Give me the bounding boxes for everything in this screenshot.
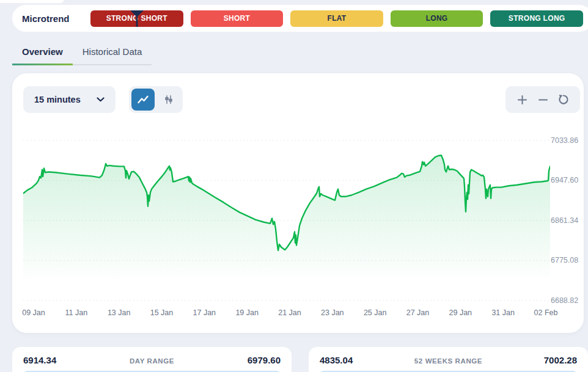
x-tick-label: 27 Jan	[406, 308, 430, 317]
microtrend-bar: Microtrend STRONG SHORT SHORT FLAT LONG …	[12, 5, 588, 32]
signal-strong-short-button[interactable]: STRONG SHORT	[90, 10, 183, 27]
signal-strong-long-label: STRONG LONG	[509, 14, 565, 23]
y-tick-label: 6775.08	[551, 256, 578, 264]
x-tick-label: 23 Jan	[321, 308, 344, 317]
signal-row: STRONG SHORT SHORT FLAT LONG STRONG LONG	[90, 10, 583, 27]
reset-icon	[558, 94, 569, 105]
weeks52-range-high: 7002.28	[522, 355, 577, 365]
day-range-card: 6914.34 DAY RANGE 6979.60	[12, 347, 292, 372]
x-tick-label: 15 Jan	[150, 308, 174, 317]
x-tick-label: 13 Jan	[108, 308, 131, 317]
price-chart[interactable]	[23, 128, 550, 305]
price-chart-svg	[23, 128, 550, 305]
signal-long-label: LONG	[426, 14, 448, 23]
tab-historical-data[interactable]: Historical Data	[73, 44, 152, 65]
tab-bar: Overview Historical Data	[12, 44, 152, 65]
candlestick-icon	[164, 95, 174, 104]
signal-flat-button[interactable]: FLAT	[290, 10, 383, 27]
signal-short-label: SHORT	[224, 14, 251, 23]
x-tick-label: 02 Feb	[534, 308, 558, 317]
y-tick-label: 6861.34	[551, 216, 578, 225]
weeks52-range-card: 4835.04 52 WEEKS RANGE 7002.28	[309, 347, 588, 372]
interval-value: 15 minutes	[34, 95, 81, 104]
x-tick-label: 25 Jan	[364, 308, 387, 317]
weeks52-range-low: 4835.04	[320, 355, 375, 365]
y-tick-label: 6688.82	[551, 296, 578, 305]
plus-icon	[517, 95, 527, 105]
zoom-out-button[interactable]	[532, 89, 553, 111]
day-range-low: 6914.34	[23, 355, 78, 365]
signal-strong-short-label: STRONG SHORT	[106, 14, 167, 23]
x-axis: 09 Jan11 Jan13 Jan15 Jan17 Jan19 Jan21 J…	[23, 308, 550, 319]
zoom-controls	[505, 86, 580, 113]
chart-area-fill	[23, 155, 550, 305]
candlestick-chart-button[interactable]	[157, 89, 180, 111]
y-tick-label: 6947.60	[551, 176, 578, 184]
zoom-in-button[interactable]	[512, 89, 532, 111]
y-axis: 7033.866947.606861.346775.086688.82	[551, 128, 584, 305]
tab-overview[interactable]: Overview	[12, 44, 73, 65]
line-chart-button[interactable]	[131, 89, 155, 111]
microtrend-label: Microtrend	[22, 13, 90, 24]
x-tick-label: 11 Jan	[65, 308, 87, 317]
signal-flat-label: FLAT	[328, 14, 347, 23]
interval-select[interactable]: 15 minutes	[23, 86, 116, 113]
signal-long-button[interactable]: LONG	[391, 10, 483, 27]
x-tick-label: 21 Jan	[278, 308, 301, 317]
chart-card: 15 minutes	[12, 73, 584, 333]
day-range-high: 6979.60	[226, 355, 281, 365]
x-tick-label: 19 Jan	[235, 308, 259, 317]
minus-icon	[538, 95, 548, 105]
chevron-down-icon	[97, 97, 105, 102]
day-range-title: DAY RANGE	[78, 357, 226, 365]
chart-toolbar: 15 minutes	[23, 86, 580, 113]
y-tick-label: 7033.86	[551, 136, 578, 145]
zoom-reset-button[interactable]	[553, 89, 574, 111]
x-tick-label: 29 Jan	[449, 308, 472, 317]
chart-type-toggle	[129, 86, 183, 113]
previous-card-edge	[0, 0, 64, 3]
signal-short-button[interactable]: SHORT	[191, 10, 284, 27]
x-tick-label: 09 Jan	[22, 308, 45, 317]
weeks52-range-title: 52 WEEKS RANGE	[375, 357, 522, 365]
x-tick-label: 17 Jan	[193, 308, 216, 317]
line-chart-icon	[138, 95, 149, 104]
x-tick-label: 31 Jan	[491, 308, 515, 317]
signal-strong-long-button[interactable]: STRONG LONG	[490, 10, 583, 27]
